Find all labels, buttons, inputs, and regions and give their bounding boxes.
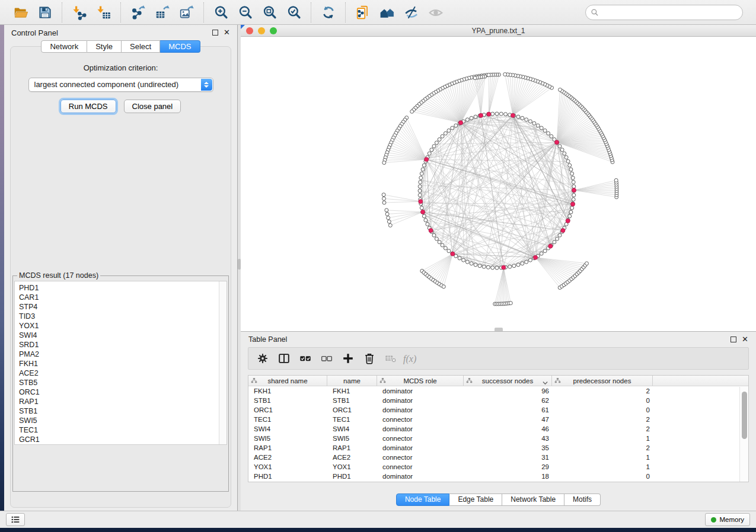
export-table-icon[interactable]: [150, 2, 174, 23]
mcds-result-item[interactable]: PHD1: [15, 283, 227, 293]
table-row[interactable]: PHD1PHD1dominator180: [248, 472, 748, 481]
open-icon[interactable]: [8, 2, 33, 23]
cell-predecessor_nodes: 1: [552, 463, 653, 470]
column-header-successor-nodes[interactable]: successor nodes: [464, 376, 552, 386]
tab-mcds[interactable]: MCDS: [160, 40, 200, 53]
mcds-result-item[interactable]: STB5: [15, 378, 227, 387]
run-mcds-button[interactable]: Run MCDS: [60, 100, 116, 113]
home-networks-icon[interactable]: [375, 2, 399, 23]
export-network-icon[interactable]: [126, 2, 150, 23]
tab-select[interactable]: Select: [122, 40, 160, 53]
optimization-criterion-select[interactable]: largest connected component (undirected): [28, 78, 213, 92]
memory-button[interactable]: Memory: [705, 513, 750, 526]
table-row[interactable]: SWI4SWI4dominator462: [248, 424, 748, 434]
sort-chevron-icon: [543, 379, 548, 386]
panel-list-button[interactable]: [6, 513, 25, 526]
cell-predecessor_nodes: 2: [552, 425, 653, 432]
table-row[interactable]: ORC1ORC1dominator610: [248, 405, 748, 415]
mcds-list-scrollbar[interactable]: [219, 281, 227, 444]
delete-row-icon[interactable]: [359, 349, 380, 368]
table-row[interactable]: TEC1TEC1connector472: [248, 415, 748, 424]
network-canvas[interactable]: [241, 37, 756, 331]
control-panel-float-button[interactable]: [212, 30, 218, 36]
hide-selected-icon[interactable]: [399, 2, 423, 23]
mcds-result-item[interactable]: SWI5: [15, 416, 227, 425]
tab-style[interactable]: Style: [87, 40, 122, 53]
mcds-result-item[interactable]: SRD1: [15, 340, 227, 350]
cell-predecessor_nodes: 2: [552, 444, 653, 451]
save-icon[interactable]: [33, 2, 57, 23]
column-header-MCDS-role[interactable]: MCDS role: [377, 376, 464, 386]
zoom-out-icon[interactable]: [233, 2, 257, 23]
import-network-icon[interactable]: [67, 2, 91, 23]
tab-motifs[interactable]: Motifs: [564, 493, 601, 506]
zoom-fit-icon[interactable]: [257, 2, 282, 23]
cell-name: TEC1: [327, 416, 377, 423]
table-row[interactable]: RAP1RAP1dominator352: [248, 443, 748, 453]
network-view-window: YPA_prune.txt_1: [241, 25, 756, 331]
cell-shared_name: FKH1: [248, 387, 327, 395]
add-row-icon[interactable]: [337, 349, 359, 368]
window-close-button[interactable]: [246, 27, 253, 34]
zoom-selected-icon[interactable]: [282, 2, 306, 23]
cell-shared_name: SWI4: [248, 425, 327, 432]
memory-status-icon: [711, 517, 716, 523]
toolbar-button-groups: [4, 2, 452, 23]
column-header-filler: [653, 376, 748, 386]
mcds-result-item[interactable]: PMA2: [15, 350, 227, 359]
table-row[interactable]: YOX1YOX1connector291: [248, 462, 748, 472]
mcds-result-item[interactable]: STB1: [15, 406, 227, 416]
mcds-result-item[interactable]: TID3: [15, 312, 227, 321]
search-input[interactable]: [599, 7, 742, 18]
svg-text:f(x): f(x): [403, 354, 416, 364]
zoom-in-icon[interactable]: [209, 2, 233, 23]
network-documents-icon[interactable]: [350, 2, 375, 23]
column-header-shared-name[interactable]: shared name: [248, 376, 327, 386]
mcds-result-item[interactable]: TEC1: [15, 425, 227, 435]
import-table-icon[interactable]: [91, 2, 116, 23]
mcds-result-item[interactable]: FKH1: [15, 359, 227, 368]
mcds-result-item[interactable]: CAR1: [15, 293, 227, 302]
column-header-predecessor-nodes[interactable]: predecessor nodes: [552, 376, 653, 386]
table-row[interactable]: STB1STB1dominator620: [248, 396, 748, 405]
close-panel-button[interactable]: Close panel: [124, 100, 181, 113]
export-image-icon[interactable]: [174, 2, 199, 23]
window-minimize-button[interactable]: [258, 27, 265, 34]
table-scrollbar[interactable]: [739, 387, 748, 482]
status-bar: Memory: [0, 511, 756, 528]
tab-node-table[interactable]: Node Table: [396, 493, 450, 506]
network-view-titlebar[interactable]: YPA_prune.txt_1: [241, 25, 756, 37]
table-row[interactable]: SWI5SWI5connector431: [248, 434, 748, 443]
select-all-icon[interactable]: [295, 349, 316, 368]
table-panel-float-button[interactable]: [731, 336, 736, 342]
toggle-panels-icon[interactable]: [273, 349, 295, 368]
window-zoom-button[interactable]: [270, 27, 277, 34]
tab-edge-table[interactable]: Edge Table: [449, 493, 502, 506]
table-panel-close-button[interactable]: ✕: [742, 336, 748, 342]
mcds-result-item[interactable]: ACE2: [15, 368, 227, 378]
mcds-result-item[interactable]: STP4: [15, 302, 227, 312]
mcds-result-item[interactable]: ORC1: [15, 387, 227, 397]
cell-name: PHD1: [327, 473, 377, 480]
cell-name: ACE2: [327, 454, 377, 461]
table-row[interactable]: FKH1FKH1dominator962: [248, 386, 748, 396]
mcds-result-item[interactable]: GCR1: [15, 435, 227, 444]
cell-mcds_role: dominator: [377, 397, 464, 404]
refresh-icon[interactable]: [316, 2, 340, 23]
table-scrollbar-thumb[interactable]: [742, 392, 747, 439]
column-header-name[interactable]: name: [327, 376, 377, 386]
cell-predecessor_nodes: 1: [552, 454, 653, 461]
horizontal-splitter-grip[interactable]: [495, 328, 503, 331]
mcds-result-item[interactable]: YOX1: [15, 321, 227, 331]
mcds-result-item[interactable]: RAP1: [15, 397, 227, 406]
tab-network[interactable]: Network: [41, 40, 87, 53]
table-settings-icon[interactable]: [252, 349, 273, 368]
table-row[interactable]: ACE2ACE2connector311: [248, 453, 748, 462]
deselect-all-icon[interactable]: [316, 349, 337, 368]
cell-predecessor_nodes: 1: [552, 435, 653, 442]
control-panel: Control Panel ✕ NetworkStyleSelectMCDS O…: [4, 25, 237, 511]
cell-shared_name: YOX1: [248, 463, 327, 470]
mcds-result-item[interactable]: SWI4: [15, 331, 227, 340]
control-panel-close-button[interactable]: ✕: [224, 30, 230, 36]
tab-network-table[interactable]: Network Table: [502, 493, 564, 506]
